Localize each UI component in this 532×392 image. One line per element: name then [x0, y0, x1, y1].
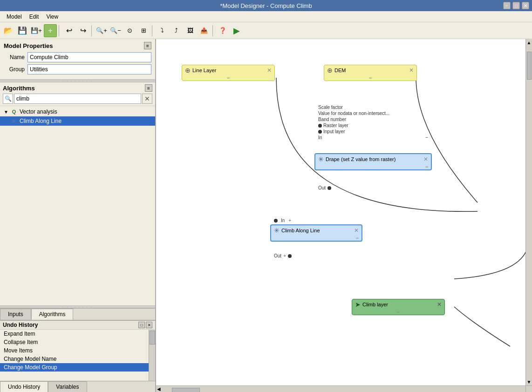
close-btn[interactable]: ✕	[522, 2, 529, 9]
in-label: In	[318, 135, 322, 140]
node-climb-along-line[interactable]: ✳ Climb Along Line ✕ ∞	[270, 224, 362, 242]
node-climb-title: Climb Along Line	[281, 228, 352, 233]
open-btn[interactable]: 📂	[2, 24, 15, 37]
maximize-btn[interactable]: □	[512, 2, 520, 9]
sep1	[59, 25, 61, 36]
climb-in-row: In +	[270, 217, 295, 224]
canvas-scrollbar-h[interactable]: ◀ ▶	[156, 385, 532, 392]
menu-edit[interactable]: Edit	[26, 13, 43, 21]
redo-btn[interactable]: ↪	[76, 24, 89, 37]
minimize-btn[interactable]: −	[503, 2, 511, 9]
node-dem-close-icon[interactable]: ✕	[409, 67, 414, 74]
node-climb-layer[interactable]: ➤ Climb layer ✕ ∞	[352, 299, 445, 315]
window-controls: − □ ✕	[503, 2, 529, 9]
name-label: Name	[4, 54, 25, 61]
add-btn[interactable]: +	[44, 24, 57, 37]
zoom-actual-btn[interactable]: ⊙	[123, 24, 136, 37]
add-output-btn[interactable]: ⤴	[170, 24, 183, 37]
undo-expand-btn[interactable]: □	[138, 322, 145, 328]
save-btn[interactable]: 💾	[16, 24, 29, 37]
scroll-left-btn[interactable]: ◀	[157, 386, 161, 392]
menu-model[interactable]: Model	[3, 13, 26, 21]
undo-item-1[interactable]: Collapse Item	[0, 338, 149, 346]
drape-port-labels: Scale factor Value for nodata or non-int…	[314, 104, 432, 141]
search-row: 🔍 ✕	[3, 94, 152, 104]
zoom-out-btn[interactable]: 🔍−	[109, 24, 122, 37]
node-climb-layer-title: Climb layer	[362, 302, 435, 307]
undo-item-2[interactable]: Move Items	[0, 346, 149, 355]
tree-item-climb-along-line[interactable]: ✳ Climb Along Line	[0, 116, 155, 126]
undo-header: Undo History □ ✕	[0, 321, 155, 330]
tab-inputs[interactable]: Inputs	[0, 309, 31, 320]
app-title: *Model Designer - Compute Climb	[220, 2, 312, 9]
model-props-collapse[interactable]: ≡	[144, 42, 151, 49]
name-input[interactable]	[27, 52, 151, 62]
model-properties: Model Properties ≡ Name Group	[0, 39, 155, 80]
in-dot-climb	[274, 219, 278, 223]
group-input[interactable]	[27, 64, 151, 74]
node-climb-layer-dots: ∞	[352, 310, 444, 315]
undo-scrollbar[interactable]	[149, 330, 155, 381]
scroll-thumb-h[interactable]	[172, 388, 200, 392]
undo-item-3[interactable]: Change Model Name	[0, 355, 149, 363]
sep2	[91, 25, 93, 36]
node-dem[interactable]: ⊕ DEM ✕ ∞	[324, 65, 417, 81]
bottom-tab-undo[interactable]: Undo History	[0, 381, 48, 392]
scroll-thumb-v[interactable]	[527, 52, 532, 80]
node-dem-title: DEM	[334, 68, 407, 73]
out-dot-drape	[327, 186, 331, 190]
connections-svg	[156, 39, 532, 385]
node-line-layer-title: Line Layer	[192, 68, 265, 73]
node-close-icon[interactable]: ✕	[267, 67, 272, 74]
canvas-scrollbar-v[interactable]: ▲ ▼	[525, 39, 532, 385]
node-climb-layer-close-icon[interactable]: ✕	[437, 301, 442, 308]
canvas-area: ⊕ Line Layer ✕ ∞ ⊕ DEM ✕ ∞ ✳ Drape	[156, 39, 532, 392]
algorithm-tree: ▼ Q Vector analysis ✳ Climb Along Line	[0, 106, 155, 305]
node-climb-close-icon[interactable]: ✕	[354, 227, 359, 234]
model-props-title: Model Properties	[4, 42, 53, 49]
export-btn[interactable]: 📤	[198, 24, 211, 37]
run-btn[interactable]: ▶	[230, 24, 243, 37]
scroll-down-btn[interactable]: ▼	[527, 379, 532, 385]
node-line-layer-dots: ∞	[182, 75, 274, 81]
undo-item-0[interactable]: Expand Item	[0, 330, 149, 338]
canvas-content[interactable]: ⊕ Line Layer ✕ ∞ ⊕ DEM ✕ ∞ ✳ Drape	[156, 39, 532, 385]
algorithms-section: Algorithms ≡ 🔍 ✕	[0, 82, 155, 106]
group-row: Group	[4, 64, 151, 74]
undo-close-btn[interactable]: ✕	[146, 322, 152, 328]
export-image-btn[interactable]: 🖼	[184, 24, 197, 37]
menu-view[interactable]: View	[42, 13, 62, 21]
port-scale-factor: Scale factor	[314, 104, 432, 110]
zoom-all-btn[interactable]: ⊞	[137, 24, 150, 37]
search-input[interactable]	[14, 94, 141, 104]
node-drape[interactable]: ✳ Drape (set Z value from raster) ✕ ∞	[314, 153, 432, 170]
bottom-tab-variables[interactable]: Variables	[48, 381, 87, 392]
undo-btn[interactable]: ↩	[62, 24, 75, 37]
node-drape-close-icon[interactable]: ✕	[423, 156, 428, 162]
search-icon: 🔍	[5, 95, 12, 102]
node-drape-dots: ∞	[315, 164, 431, 169]
port-nodata: Value for nodata or non-intersect...	[314, 110, 432, 116]
node-line-layer[interactable]: ⊕ Line Layer ✕ ∞	[182, 65, 275, 81]
algo-collapse[interactable]: ≡	[145, 84, 152, 92]
add-input-btn[interactable]: ⤵	[156, 24, 169, 37]
scroll-up-btn[interactable]: ▲	[527, 40, 532, 45]
tab-algorithms[interactable]: Algorithms	[31, 309, 74, 320]
help-btn[interactable]: ❓	[216, 24, 229, 37]
menu-bar: Model Edit View	[0, 11, 532, 22]
out-label-climb: Out	[274, 253, 281, 258]
out-dot-climb	[288, 254, 292, 258]
tree-group-vector[interactable]: ▼ Q Vector analysis	[0, 107, 155, 116]
undo-item-4[interactable]: Change Model Group	[0, 363, 149, 372]
zoom-in-btn[interactable]: 🔍+	[95, 24, 108, 37]
drape-out-row: Out	[314, 184, 336, 191]
tree-item-label: Climb Along Line	[20, 118, 61, 124]
climb-out-row: Out +	[270, 252, 297, 259]
clear-search-btn[interactable]: ✕	[142, 94, 152, 104]
model-props-header: Model Properties ≡	[4, 42, 151, 49]
title-bar: *Model Designer - Compute Climb − □ ✕	[0, 0, 532, 11]
save-as-btn[interactable]: 💾+	[30, 24, 43, 37]
search-icon-box: 🔍	[3, 94, 13, 104]
undo-scroll-thumb[interactable]	[150, 331, 155, 345]
node-dem-dots: ∞	[324, 75, 416, 81]
